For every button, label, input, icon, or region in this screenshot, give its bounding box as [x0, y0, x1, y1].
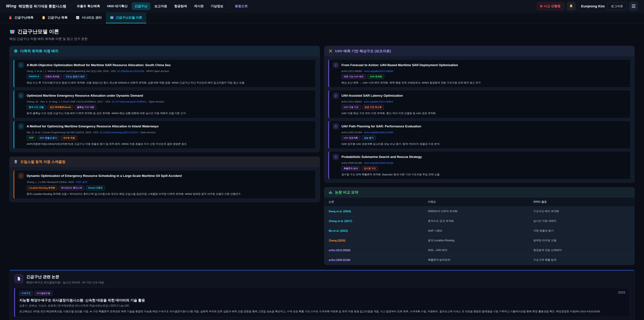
paper-tag: DEA 효율성 평가	[38, 136, 59, 140]
publication-year: 2025	[618, 291, 625, 294]
section-paper-comparison: 논문 비교 요약 논문 키워드 WING 활용 Dong et al. (202…	[324, 187, 634, 265]
arxiv-link[interactable]: arxiv.org/abs/2505.02186	[364, 161, 393, 164]
paper-tag: UAV 경로계획	[342, 136, 360, 140]
app-logo[interactable]: Wing 해양환경 위기대응 통합시스템	[6, 4, 66, 9]
publication-abstract: 초고해상도 3차원 연안 해양예측모델, 다중모델 앙상블 기법, AI 기반 …	[19, 309, 625, 313]
nav-item-oil-spill-forecast[interactable]: 유출유 확산예측	[74, 2, 103, 10]
paper-meta: arXiv:2511.00844 · arxiv.org/abs/2511.00…	[342, 100, 626, 103]
main-nav: 유출유 확산예측 HNS·대기확산 긴급구난 보고자료 항공탐색 게시판 기상정…	[74, 2, 251, 10]
siren-icon	[8, 16, 12, 20]
wing-usage-cell: 구조자산 배치 최적화	[529, 207, 634, 216]
paper-card: 1 Dynamic Optimization of Emergency Reso…	[14, 170, 316, 199]
section-title: UAV·예측 기반 해상구조 (보조자료)	[335, 49, 391, 53]
paper-description: SAR 임무용 UAV 경로계획 알고리즘 성능 비교 평가. 탐색 커버리지·…	[342, 142, 626, 146]
wing-usage-cell: 구조구역 확률 탐색	[529, 255, 634, 265]
related-section-title: 긴급구난 관련 논문	[26, 274, 104, 279]
paper-name-link[interactable]: Zhang et al. (2017)	[324, 216, 424, 226]
notification-bell-button[interactable]	[567, 2, 576, 11]
incident-status-badge[interactable]: 사고 진행중	[537, 2, 564, 10]
paper-description: AHP(계층분석법)+DEA(자료포락분석)로 긴급구난 자원 효율성 평가 및…	[27, 142, 312, 146]
table-row: Zhang (2020) 동적 Location-Routing 방제정 라우팅…	[324, 236, 634, 245]
paper-tags: 확률론적 탐색 잠수함 구조	[342, 166, 626, 171]
pdf-link[interactable]: PDF 공개	[76, 181, 87, 183]
main-content: 다목적 최적화 자원 배치 1 A Multi-Objective Optimi…	[0, 42, 644, 265]
document-icon-box	[14, 274, 23, 283]
paper-name-link[interactable]: Zhang (2020)	[324, 236, 424, 245]
paper-description: UAV 지원 해상 구조 처리·지연 최적화. 통신·처리 지연 모델링 및 U…	[342, 111, 626, 115]
section-multiobjective-allocation: 다목적 최적화 자원 배치 1 A Multi-Objective Optimi…	[10, 46, 320, 152]
publication-tag: 의사결정지원	[34, 291, 52, 296]
page-head: 긴급구난모델 이론 해상 긴급구난 자원 배치·최적화 이론 및 참고 연구 문…	[0, 24, 644, 42]
publication-card: 2025 수색구조 의사결정지원 지능형 해양수색구조 의사결정지원시스템: 신…	[14, 288, 630, 317]
section-related-papers: 긴급구난 관련 논문 해양수색구조 의사결정지원 · 실시간 데이터 · AI …	[10, 270, 634, 320]
tab-rescue-model-theory[interactable]: 긴급구난모델 이론	[106, 13, 146, 23]
nav-item-reports[interactable]: 보고자료	[152, 2, 170, 10]
keyword-cell: 확률론적 탐색전략	[424, 255, 529, 265]
arxiv-link[interactable]: arxiv.org/abs/2511.00844	[364, 100, 393, 103]
paper-meta: Ma, Q. et al. | Ocean Engineering Vol.28…	[27, 131, 312, 134]
drone-icon	[328, 49, 333, 53]
tab-label: 시나리오 관리	[82, 16, 102, 20]
paper-tag: 동적 수요 모델	[27, 105, 46, 110]
tab-rescue-list[interactable]: 긴급구난 목록	[38, 13, 72, 23]
paper-meta: arXiv:2402.01494 · arxiv.org/abs/2402.01…	[342, 131, 626, 134]
publication-title: 지능형 해양수색구조 의사결정지원시스템: 신속한 대응을 위한 데이터와 기술…	[19, 298, 625, 302]
paper-tags: UAV 경로계획 성능 평가	[342, 136, 626, 140]
tab-scenario-management[interactable]: 시나리오 관리	[72, 13, 106, 23]
paper-number-badge: 3	[18, 123, 24, 129]
hamburger-menu-button[interactable]	[629, 2, 638, 11]
brand-wordmark: Wing	[6, 4, 16, 9]
paper-meta: Zhang, L. | LJMU Research Online, 2020 ·…	[27, 180, 312, 184]
red-dot-icon	[540, 5, 542, 7]
section-title: 다목적 최적화 자원 배치	[20, 49, 58, 53]
paper-number-badge: 4	[333, 154, 339, 160]
nav-item-weather[interactable]: 기상정보	[208, 2, 226, 10]
nav-item-board[interactable]: 게시판	[191, 2, 206, 10]
doi-link[interactable]: 10.1016/j.oceaneng.2023.116224	[100, 131, 138, 134]
paper-number-badge: 1	[18, 173, 24, 179]
paper-name-link[interactable]: arXiv:2512.09260	[324, 245, 424, 255]
paper-number-badge: 3	[333, 123, 339, 129]
top-header: Wing 해양환경 위기대응 통합시스템 유출유 확산예측 HNS·대기확산 긴…	[0, 0, 644, 13]
paper-title: Probabilistic Submarine Search and Rescu…	[342, 155, 422, 159]
paper-name-link[interactable]: arXiv:2505.02186	[324, 255, 424, 265]
arxiv-link[interactable]: arxiv.org/abs/2402.01494	[364, 131, 393, 134]
section-uav-forecast-rescue: UAV·예측 기반 해상구조 (보조자료) 1 From Forecast to…	[324, 46, 634, 183]
comparison-chart-icon	[328, 190, 333, 194]
paper-number-badge: 1	[333, 62, 339, 68]
comparison-table: 논문 키워드 WING 활용 Dong et al. (2024) DNSGA-…	[324, 197, 634, 265]
paper-name-link[interactable]: Ma et al. (2023)	[324, 226, 424, 236]
paper-meta: arXiv:2505.02186 · arxiv.org/abs/2505.02…	[342, 161, 626, 164]
paper-tags: AHP DEA 효율성 평가 내수로 적용	[27, 136, 312, 140]
bar-chart-icon	[76, 16, 80, 20]
books-icon	[10, 29, 15, 35]
table-row: Dong et al. (2024) DNSGA-II 다목적 최적화 구조자산…	[324, 207, 634, 216]
arxiv-link[interactable]: arxiv.org/abs/2512.09260	[364, 70, 393, 73]
nav-item-aerial-search[interactable]: 항공탐색	[171, 2, 190, 10]
paper-tags: Location-Routing 최적화 하이브리드 휴리스틱 Pareto 다…	[27, 186, 312, 190]
table-row: arXiv:2512.09260 예측→UAV 배치 항공탐색 연동 선제배치	[324, 245, 634, 255]
keyword-cell: AHP + DEA	[424, 226, 529, 236]
gear-icon	[14, 49, 18, 53]
doi-link[interactable]: 10.3390/jmse12010184	[117, 70, 144, 73]
nav-item-integrated-search[interactable]: 통합조회	[232, 2, 251, 10]
doi-link[interactable]: 10.1371/journal.pone.0189411	[112, 100, 146, 103]
tab-rescue-forecast[interactable]: 긴급구난예측	[4, 13, 38, 23]
nav-item-hns-dispersion[interactable]: HNS·대기확산	[104, 2, 130, 10]
paper-number-badge: 1	[18, 62, 24, 68]
related-section-subtitle: 해양수색구조 의사결정지원 · 실시간 데이터 · AI 기반 신속 대응	[26, 281, 104, 284]
column-header-keyword: 키워드	[424, 197, 529, 207]
paper-tag: UAV 지원 구조	[342, 105, 361, 110]
paper-title: A Method for Optimizing Maritime Emergen…	[27, 125, 159, 128]
clipboard-icon	[42, 16, 46, 20]
paper-card: 3 A Method for Optimizing Maritime Emerg…	[14, 121, 316, 149]
paper-name-link[interactable]: Dong et al. (2024)	[324, 207, 424, 216]
paper-tag: 성능 평가	[362, 136, 376, 140]
paper-number-badge: 2	[18, 93, 24, 99]
paper-meta: Zhang, W., Yan, X. & Yang, J. | PLoS ONE…	[27, 100, 312, 103]
paper-card: 2 Optimized Maritime Emergency Resource …	[14, 90, 316, 118]
logout-button[interactable]: 로그아웃	[608, 2, 626, 10]
nav-item-emergency-rescue[interactable]: 긴급구난	[132, 2, 150, 10]
paper-description: 잠수함 구조 전략 확률론적 최적화. Bayesian 탐색 이론 기반 구조…	[342, 172, 626, 176]
paper-tag: Pareto 다목적	[86, 186, 105, 190]
